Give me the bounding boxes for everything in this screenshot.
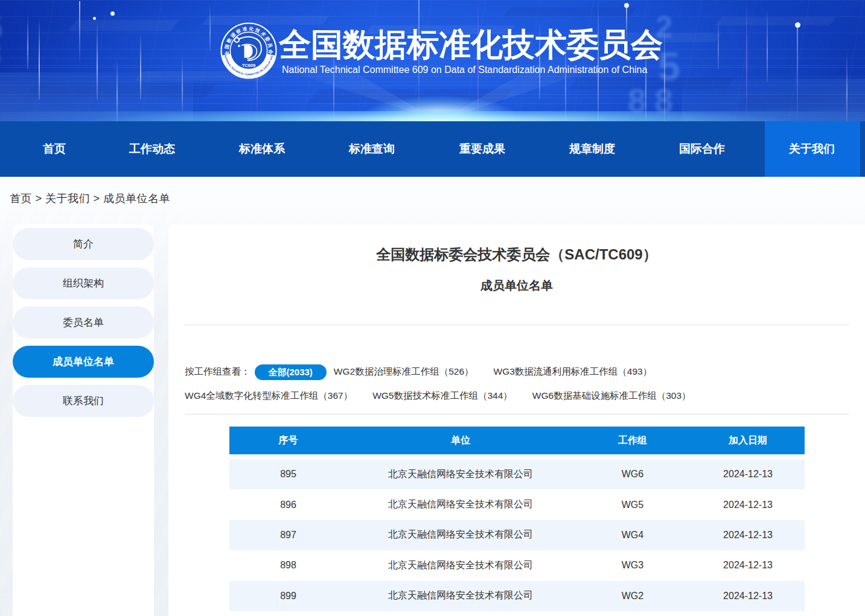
svg-text:TC609: TC609 bbox=[242, 63, 256, 68]
